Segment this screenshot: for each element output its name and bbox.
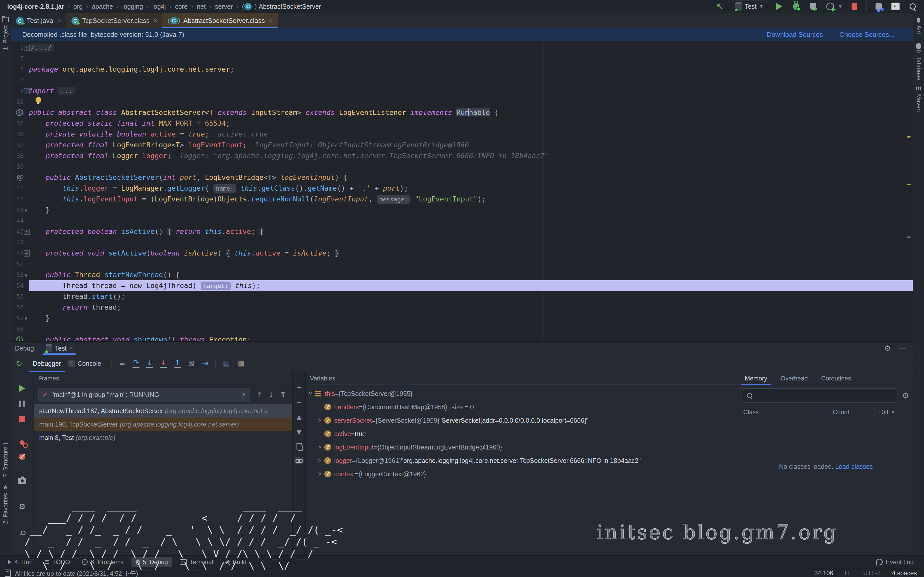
close-icon[interactable]: × — [58, 17, 61, 24]
fold-arrow-icon[interactable]: ∧ — [24, 205, 28, 215]
code-line-59[interactable]: 59↓ public abstract void shutdown() thro… — [11, 334, 913, 341]
code-line-7[interactable]: 7 — [11, 75, 913, 85]
code-line-37[interactable]: 37 protected final LogEventBridge<T> log… — [11, 140, 913, 150]
stack-frame[interactable]: main:8, Test (org.example) — [34, 431, 292, 444]
force-step-into-icon[interactable]: ↓ — [160, 359, 167, 368]
sidebar-item-maven[interactable]: m Maven — [914, 84, 924, 112]
implemented-gutter-icon[interactable]: ↓ — [16, 109, 23, 116]
close-icon[interactable]: × — [153, 17, 157, 24]
variable-row-handlers[interactable]: fhandlers = {ConcurrentHashMap@1958} siz… — [306, 400, 739, 414]
fold-expand-icon[interactable]: + — [24, 45, 30, 51]
run-to-cursor-icon[interactable]: ⇥ — [201, 359, 208, 367]
debug-button[interactable] — [791, 1, 801, 11]
breadcrumb-item[interactable]: org — [73, 3, 83, 10]
evaluate-expression-icon[interactable]: ▦ — [223, 359, 230, 367]
error-stripe-mark[interactable] — [907, 184, 911, 185]
breadcrumb-item[interactable]: net — [197, 3, 206, 10]
column-diff[interactable]: Diff▼ — [874, 409, 913, 416]
drop-frame-icon[interactable]: ⊠ — [188, 359, 195, 367]
code-line-38[interactable]: 38 protected final Logger logger; logger… — [11, 150, 913, 161]
stack-frame[interactable]: main:190, TcpSocketServer (org.apache.lo… — [34, 417, 292, 431]
show-execution-point-icon[interactable]: ≡ — [119, 359, 126, 367]
sidebar-item-ant[interactable]: Ant — [914, 17, 924, 34]
stack-frame[interactable]: startNewThread:187, AbstractSocketServer… — [34, 404, 292, 417]
expand-icon[interactable]: > — [315, 444, 324, 451]
thread-dump-icon[interactable] — [18, 478, 26, 484]
choose-sources-link[interactable]: Choose Sources... — [840, 31, 895, 39]
code-line-1[interactable]: 1+/.../ — [11, 42, 913, 53]
expand-icon[interactable]: > — [315, 457, 324, 464]
download-sources-link[interactable]: Download Sources — [767, 31, 823, 39]
memory-tab-coroutines[interactable]: Coroutines — [816, 372, 857, 385]
expand-icon[interactable]: > — [315, 471, 324, 477]
search-everywhere-icon[interactable] — [908, 1, 918, 11]
code-line-48[interactable]: 48 — [11, 237, 913, 248]
column-class[interactable]: Class — [739, 409, 827, 416]
file-encoding[interactable]: UTF-8 — [863, 569, 881, 577]
intention-bulb-icon[interactable] — [36, 97, 41, 104]
filter-icon[interactable] — [280, 391, 286, 398]
variable-row-this[interactable]: ∨this = {TcpSocketServer@1955} — [306, 387, 739, 400]
variable-row-active[interactable]: factive = true — [306, 427, 739, 440]
tab-Test.java[interactable]: CTest.java× — [11, 13, 66, 28]
breadcrumb-item[interactable]: core — [175, 3, 188, 10]
variable-row-context[interactable]: >fcontext = {LoggerContext@1962} — [306, 467, 739, 481]
breadcrumb-item[interactable]: logging — [122, 3, 143, 10]
sidebar-item-favorites[interactable]: ★ 2: Favorites — [0, 484, 10, 524]
profiler-button[interactable] — [825, 1, 835, 11]
pause-icon[interactable] — [19, 401, 25, 407]
debug-tab-debugger[interactable]: Debugger — [29, 355, 65, 372]
tool-window-button-todo[interactable]: TODO — [40, 557, 74, 567]
gear-icon[interactable]: ⚙ — [884, 344, 891, 353]
variable-row-logger[interactable]: >flogger = {Logger@1961} "org.apache.log… — [306, 454, 739, 467]
fold-expand-icon[interactable]: + — [24, 250, 30, 256]
tool-window-button-run[interactable]: 4: Run — [3, 557, 37, 567]
fold-arrow-icon[interactable]: ∨ — [24, 269, 28, 280]
memory-settings-icon[interactable]: ⚙ — [902, 391, 909, 400]
column-count[interactable]: Count — [827, 409, 874, 416]
sidebar-item-structure[interactable]: 7: Structure — [0, 438, 10, 477]
tool-window-button-build[interactable]: Build — [221, 557, 250, 567]
layout-settings-icon[interactable]: ▥ — [237, 359, 245, 367]
code-line-52[interactable]: 52 — [11, 259, 913, 269]
memory-tab-overhead[interactable]: Overhead — [775, 372, 813, 385]
show-watches-icon[interactable] — [294, 457, 304, 464]
annotation-gutter-icon[interactable]: @ — [16, 172, 23, 183]
debug-tab-console[interactable]: ›Console — [65, 355, 105, 372]
code-line-43[interactable]: 43∧ } — [11, 205, 913, 215]
code-line-36[interactable]: 36 private volatile boolean active = tru… — [11, 129, 913, 140]
code-line-44[interactable]: 44 — [11, 215, 913, 226]
frame-up-icon[interactable]: ↑ — [256, 391, 262, 399]
step-over-icon[interactable]: ↷ — [132, 359, 139, 368]
code-line-45[interactable]: 45+ protected boolean isActive() { retur… — [11, 226, 913, 237]
memory-search-input[interactable] — [743, 388, 897, 403]
indent-setting[interactable]: 4 spaces — [892, 569, 917, 577]
caret-position[interactable]: 34:106 — [814, 569, 833, 577]
code-line-35[interactable]: 35 protected static final int MAX_PORT =… — [11, 118, 913, 129]
close-icon[interactable]: × — [269, 17, 273, 24]
view-breakpoints-icon[interactable] — [20, 440, 24, 445]
code-line-56[interactable]: 56 return thread; — [11, 302, 913, 313]
code-line-34[interactable]: 34↓public abstract class AbstractSocketS… — [11, 107, 913, 118]
event-log-button[interactable]: Event Log — [876, 558, 924, 566]
step-into-icon[interactable]: ↓ — [146, 359, 153, 368]
code-line-54[interactable]: 54 Thread thread = new Log4jThread( targ… — [11, 280, 913, 291]
sidebar-item-project[interactable]: 1: Project — [0, 16, 10, 50]
fold-expand-icon[interactable]: + — [24, 88, 30, 94]
run-configuration-select[interactable]: Test ▼ — [732, 0, 767, 12]
run-button[interactable] — [774, 1, 784, 11]
breadcrumb-class[interactable]: AbstractSocketServer — [258, 3, 321, 10]
close-icon[interactable]: × — [69, 345, 73, 352]
breadcrumb-item[interactable]: log4j — [152, 3, 166, 10]
tab-TcpSocketServer.class[interactable]: CTcpSocketServer.class× — [66, 13, 163, 28]
line-ending[interactable]: LF — [845, 569, 852, 577]
code-line-58[interactable]: 58 — [11, 324, 913, 334]
move-up-icon[interactable]: ▲ — [297, 413, 302, 421]
code-line-55[interactable]: 55 thread.start(); — [11, 291, 913, 302]
expand-icon[interactable]: ∨ — [306, 390, 315, 397]
breadcrumb-item[interactable]: apache — [92, 3, 113, 10]
code-line-5[interactable]: 5 — [11, 53, 913, 64]
memory-tab-memory[interactable]: Memory — [739, 372, 773, 385]
error-stripe-mark[interactable] — [907, 237, 911, 238]
frame-down-icon[interactable]: ↓ — [268, 391, 274, 399]
